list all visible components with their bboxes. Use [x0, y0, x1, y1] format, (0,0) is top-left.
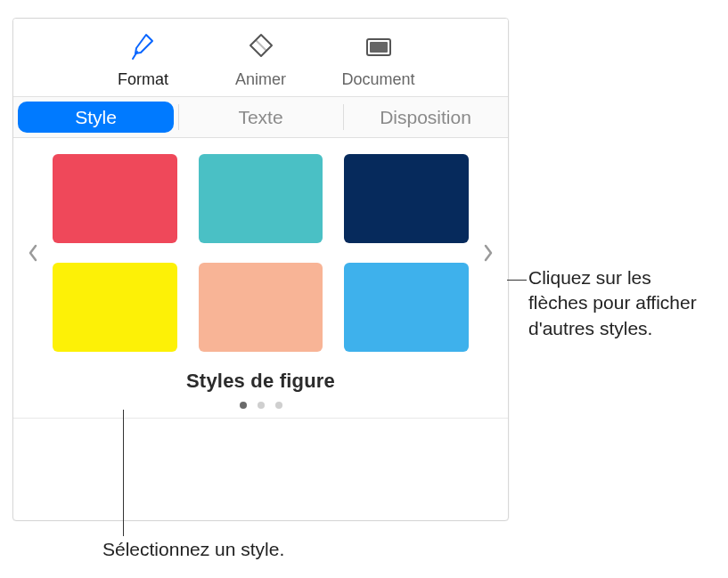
- document-rect-icon: [359, 28, 398, 67]
- format-brush-icon: [124, 28, 163, 67]
- styles-grid: [53, 154, 469, 352]
- tab-style[interactable]: Style: [13, 97, 178, 137]
- style-swatch[interactable]: [53, 154, 177, 243]
- tab-text[interactable]: Texte: [178, 97, 343, 137]
- toolbar: Format Animer Document: [13, 19, 508, 97]
- callout-line: [507, 280, 527, 281]
- page-dot[interactable]: [240, 402, 247, 409]
- tab-label: Disposition: [380, 107, 471, 128]
- toolbar-label: Animer: [235, 70, 286, 89]
- tab-bar: Style Texte Disposition: [13, 97, 508, 138]
- inspector-panel: Format Animer Document Style: [12, 18, 509, 521]
- styles-area: Styles de figure: [13, 138, 508, 419]
- page-dots: [13, 402, 508, 409]
- style-swatch[interactable]: [344, 263, 469, 352]
- toolbar-item-animate[interactable]: Animer: [212, 28, 310, 89]
- style-swatch[interactable]: [53, 263, 177, 352]
- toolbar-label: Format: [118, 70, 168, 89]
- animate-diamond-icon: [241, 28, 281, 67]
- callout-arrows-text: Cliquez sur les flèches pour afficher d'…: [528, 265, 716, 341]
- tab-disposition[interactable]: Disposition: [343, 97, 508, 137]
- style-swatch[interactable]: [199, 263, 323, 352]
- tab-label: Texte: [238, 107, 282, 128]
- page-dot[interactable]: [258, 402, 265, 409]
- style-swatch[interactable]: [344, 154, 469, 243]
- svg-rect-1: [371, 43, 387, 52]
- style-swatch[interactable]: [199, 154, 323, 243]
- callout-line: [123, 410, 124, 536]
- toolbar-item-document[interactable]: Document: [330, 28, 428, 89]
- page-dot[interactable]: [275, 402, 282, 409]
- callout-select-text: Sélectionnez un style.: [102, 539, 284, 560]
- styles-title: Styles de figure: [13, 370, 508, 393]
- toolbar-label: Document: [341, 70, 414, 89]
- toolbar-item-format[interactable]: Format: [94, 28, 192, 89]
- styles-prev-arrow[interactable]: [13, 155, 53, 351]
- styles-next-arrow[interactable]: [469, 155, 508, 351]
- tab-label: Style: [75, 107, 117, 128]
